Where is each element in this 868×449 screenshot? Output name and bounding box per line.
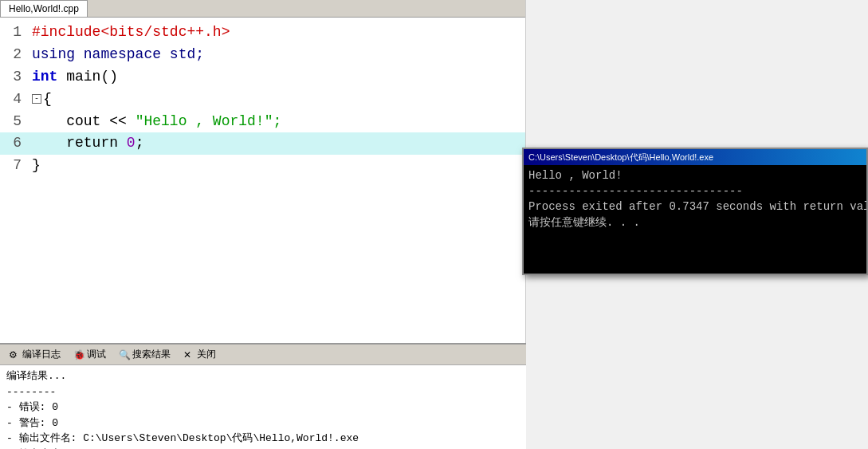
code-line: 2using namespace std; [0,44,525,66]
line-content: #include<bits/stdc++.h> [28,22,525,44]
console-line: 请按任意键继续. . . [528,215,862,231]
code-line: 7} [0,155,525,177]
bottom-panel: ⚙编译日志🐞调试🔍搜索结果✕关闭 编译结果...--------- 错误: 0-… [0,343,526,449]
editor-tab[interactable]: Hello,World!.cpp [0,0,88,17]
gear-icon: ⚙ [9,349,20,360]
line-number: 1 [0,22,28,44]
code-token: using namespace std; [32,46,204,62]
close-icon: ✕ [183,349,194,360]
console-titlebar: C:\Users\Steven\Desktop\代码\Hello,World!.… [524,149,866,165]
toolbar-btn-关闭[interactable]: ✕关闭 [178,346,222,364]
toolbar-btn-label: 关闭 [197,348,216,361]
code-area: 1#include<bits/stdc++.h>2using namespace… [0,18,525,343]
line-content: -{ [28,89,525,111]
toolbar-btn-搜索结果[interactable]: 🔍搜索结果 [113,346,176,364]
bottom-toolbar: ⚙编译日志🐞调试🔍搜索结果✕关闭 [0,345,526,365]
toolbar-btn-label: 编译日志 [22,348,61,361]
log-line: - 输出大小: 1.83193492889404 MiB [6,447,520,450]
console-line: Hello , World! [528,168,862,184]
line-content: cout << "Hello , World!"; [28,111,525,133]
line-number: 3 [0,66,28,89]
console-window: C:\Users\Steven\Desktop\代码\Hello,World!.… [522,148,868,275]
line-number: 2 [0,44,28,66]
log-line: - 输出文件名: C:\Users\Steven\Desktop\代码\Hell… [6,431,520,447]
toolbar-btn-label: 搜索结果 [132,348,171,361]
code-token: #include<bits/stdc++.h> [32,24,230,40]
log-line: - 错误: 0 [6,400,520,416]
code-token: { [43,91,52,107]
line-content: return 0; [28,132,525,155]
code-token: int [32,69,57,85]
line-number: 5 [0,111,28,133]
debug-icon: 🐞 [73,349,84,360]
code-token: return [32,135,127,151]
tab-label: Hello,World!.cpp [9,3,79,14]
editor-container: Hello,World!.cpp 1#include<bits/stdc++.h… [0,0,526,343]
line-content: int main() [28,66,525,89]
line-content: using namespace std; [28,44,525,66]
log-line: 编译结果... [6,368,520,384]
toolbar-btn-label: 调试 [87,348,106,361]
line-number: 4 [0,89,28,111]
code-token: 0 [127,135,136,151]
console-content: Hello , World!--------------------------… [524,165,866,274]
line-number: 6 [0,132,28,155]
code-token: ; [136,135,144,151]
log-line: -------- [6,384,520,400]
code-token: "Hello , World!"; [136,113,282,129]
toolbar-btn-编译日志[interactable]: ⚙编译日志 [3,346,66,364]
code-line: 5 cout << "Hello , World!"; [0,111,525,133]
tab-bar: Hello,World!.cpp [0,0,525,18]
fold-icon[interactable]: - [32,94,41,104]
log-line: - 警告: 0 [6,416,520,431]
code-token: } [32,157,41,173]
code-line: 6 return 0; [0,132,525,155]
build-log-content: 编译结果...--------- 错误: 0- 警告: 0- 输出文件名: C:… [0,365,526,449]
line-content: } [28,155,525,177]
console-line: Process exited after 0.7347 seconds with… [528,199,862,215]
code-line: 3int main() [0,66,525,89]
code-token: main() [57,69,118,85]
toolbar-btn-调试[interactable]: 🐞调试 [68,346,112,364]
console-line: -------------------------------- [528,184,862,200]
line-number: 7 [0,155,28,177]
search-icon: 🔍 [119,349,130,360]
console-title: C:\Users\Steven\Desktop\代码\Hello,World!.… [528,152,713,163]
code-line: 4-{ [0,89,525,111]
code-line: 1#include<bits/stdc++.h> [0,22,525,44]
code-token: cout << [32,113,136,129]
